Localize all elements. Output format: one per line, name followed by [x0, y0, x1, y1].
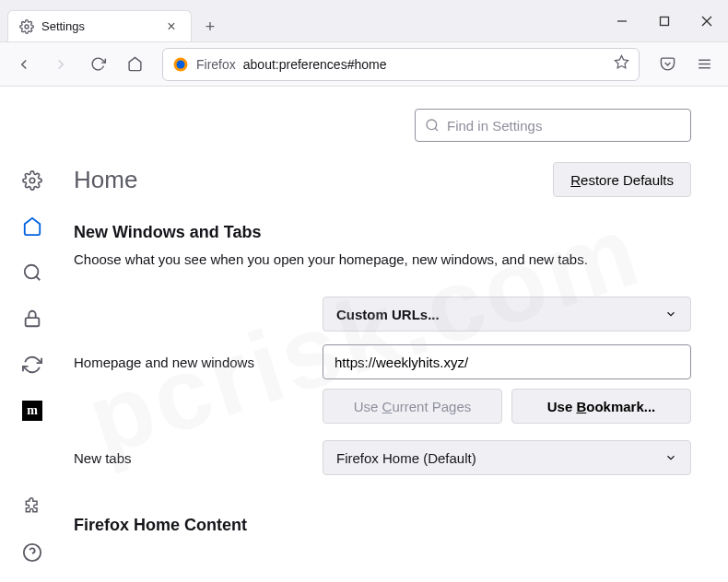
minimize-button[interactable]	[601, 3, 643, 40]
tab-strip: Settings × +	[0, 0, 601, 41]
home-nav-icon[interactable]	[21, 215, 43, 238]
section-heading: Firefox Home Content	[74, 516, 691, 535]
use-bookmark-button[interactable]: Use Bookmark...	[511, 389, 691, 424]
firefox-logo-icon	[172, 56, 189, 73]
svg-point-11	[29, 178, 35, 183]
new-tab-button[interactable]: +	[195, 12, 225, 41]
svg-point-17	[427, 120, 437, 130]
settings-search[interactable]	[415, 109, 691, 142]
extensions-icon[interactable]	[21, 495, 43, 518]
close-window-button[interactable]	[686, 3, 728, 40]
maximize-button[interactable]	[643, 3, 686, 40]
search-icon	[425, 118, 440, 133]
homepage-url-input[interactable]	[323, 344, 691, 379]
toolbar: Firefox about:preferences#home	[0, 42, 728, 87]
newtabs-select[interactable]: Firefox Home (Default)	[323, 440, 691, 475]
svg-rect-2	[661, 17, 669, 25]
close-icon[interactable]: ×	[163, 18, 180, 35]
svg-line-18	[435, 128, 438, 131]
newtabs-label: New tabs	[74, 450, 304, 466]
reload-button[interactable]	[83, 50, 112, 79]
section-heading: New Windows and Tabs	[74, 223, 691, 242]
tab-settings[interactable]: Settings ×	[7, 10, 192, 41]
url-address: about:preferences#home	[243, 57, 606, 72]
urlbar[interactable]: Firefox about:preferences#home	[162, 48, 640, 81]
forward-button[interactable]	[46, 50, 76, 79]
window-controls	[601, 0, 728, 41]
section-description: Choose what you see when you open your h…	[74, 250, 691, 269]
home-button[interactable]	[120, 50, 149, 79]
homepage-select[interactable]: Custom URLs...	[323, 297, 691, 332]
help-icon[interactable]	[21, 541, 43, 564]
tab-title: Settings	[41, 19, 156, 33]
restore-defaults-button[interactable]: Restore Defaults	[553, 162, 691, 197]
homepage-label: Homepage and new windows	[74, 355, 304, 370]
menu-button[interactable]	[689, 50, 719, 79]
more-icon[interactable]: m	[21, 400, 43, 422]
general-icon[interactable]	[21, 169, 43, 192]
svg-point-12	[25, 265, 39, 279]
search-input[interactable]	[447, 118, 681, 134]
main: Home Restore Defaults New Windows and Ta…	[65, 87, 728, 582]
svg-point-0	[25, 25, 29, 29]
titlebar: Settings × +	[0, 0, 728, 42]
pocket-button[interactable]	[652, 50, 682, 79]
svg-rect-14	[26, 318, 40, 326]
sidebar: m	[0, 87, 65, 582]
page-title: Home	[74, 166, 137, 194]
chevron-down-icon	[664, 308, 677, 320]
use-current-pages-button: Use Current Pages	[323, 389, 502, 424]
sync-icon[interactable]	[21, 354, 43, 376]
bookmark-star-icon[interactable]	[614, 54, 629, 74]
svg-line-13	[36, 276, 40, 280]
url-product: Firefox	[196, 57, 236, 72]
gear-icon	[19, 19, 34, 34]
svg-point-6	[177, 60, 185, 68]
svg-marker-7	[615, 55, 628, 67]
chevron-down-icon	[664, 451, 677, 464]
back-button[interactable]	[9, 50, 39, 79]
content: pcrisk.com m Home Restore Defaults New W…	[0, 87, 728, 582]
search-nav-icon[interactable]	[21, 262, 43, 284]
privacy-icon[interactable]	[21, 308, 43, 330]
